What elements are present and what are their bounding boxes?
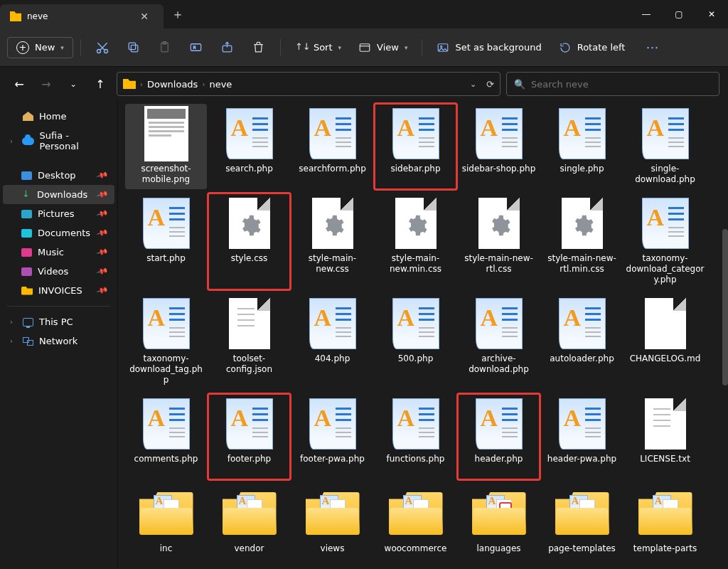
file-item[interactable]: footer.php — [208, 394, 290, 479]
folder-item[interactable]: vendor — [208, 484, 290, 569]
new-tab-button[interactable]: ＋ — [164, 6, 192, 23]
php-file-icon — [559, 108, 606, 159]
search-input[interactable] — [531, 79, 712, 90]
file-item[interactable]: footer-pwa.php — [291, 394, 373, 479]
file-name: footer.php — [228, 454, 271, 475]
sidebar-item-videos[interactable]: Videos📌 — [3, 262, 114, 281]
more-button[interactable]: ⋯ — [638, 35, 666, 60]
file-item[interactable]: toolset-config.json — [208, 294, 290, 390]
sidebar-label: Downloads — [37, 189, 87, 200]
sidebar-item-documents[interactable]: Documents📌 — [3, 223, 114, 243]
folder-item[interactable]: template-parts — [624, 484, 706, 569]
folder-item[interactable]: views — [291, 484, 373, 569]
paste-button[interactable] — [151, 35, 179, 60]
file-item[interactable]: sidebar-shop.php — [458, 104, 540, 189]
window-controls: ― ▢ ✕ — [630, 0, 728, 28]
cut-button[interactable] — [88, 35, 117, 60]
back-button[interactable]: ← — [9, 73, 30, 95]
file-item[interactable]: taxonomy-download_tag.php — [125, 294, 207, 390]
folder-icon — [21, 229, 32, 238]
folder-icon — [123, 79, 136, 89]
file-item[interactable]: 404.php — [291, 294, 373, 390]
window-tab[interactable]: neve ✕ — [0, 4, 164, 28]
file-item[interactable]: header.php — [458, 394, 540, 479]
file-item[interactable]: LICENSE.txt — [624, 394, 706, 479]
file-item[interactable]: start.php — [125, 193, 207, 289]
sidebar-item-music[interactable]: Music📌 — [3, 243, 114, 262]
file-item[interactable]: style.css — [208, 193, 290, 289]
file-item[interactable]: screenshot-mobile.png — [125, 104, 207, 189]
svg-rect-2 — [132, 45, 139, 52]
file-item[interactable]: archive-download.php — [458, 294, 540, 390]
file-icon — [645, 298, 686, 349]
folder-item[interactable]: languages — [458, 484, 540, 569]
image-thumbnail — [144, 106, 188, 161]
file-item[interactable]: single-download.php — [624, 104, 706, 189]
sidebar-label: INVOICES — [38, 285, 82, 296]
sidebar-item-network[interactable]: › Network — [3, 331, 114, 351]
sidebar-item-pictures[interactable]: Pictures📌 — [3, 204, 114, 223]
forward-button[interactable]: → — [36, 73, 57, 95]
close-window-button[interactable]: ✕ — [695, 0, 728, 28]
file-name: views — [321, 543, 345, 565]
rotate-left-button[interactable]: Rotate left — [552, 37, 633, 58]
file-item[interactable]: style-main-new.min.css — [375, 193, 456, 289]
view-button[interactable]: View ▾ — [351, 37, 414, 58]
copy-button[interactable] — [119, 35, 148, 60]
file-item[interactable]: style-main-new.css — [291, 193, 373, 289]
php-file-icon — [309, 108, 356, 159]
file-item[interactable]: taxonomy-download_category.php — [624, 193, 706, 289]
delete-button[interactable] — [245, 35, 273, 60]
rename-button[interactable] — [182, 35, 210, 60]
file-item[interactable]: comments.php — [125, 394, 207, 479]
file-item[interactable]: 500.php — [375, 294, 456, 390]
file-item[interactable]: search.php — [208, 104, 290, 189]
file-item[interactable]: autoloader.php — [541, 294, 623, 390]
folder-item[interactable]: inc — [125, 484, 207, 569]
maximize-button[interactable]: ▢ — [663, 0, 695, 28]
sidebar-item-desktop[interactable]: Desktop📌 — [3, 166, 114, 185]
scrollbar-thumb[interactable] — [722, 229, 728, 385]
file-name: toolset-config.json — [210, 353, 289, 375]
file-pane[interactable]: screenshot-mobile.pngsearch.phpsearchfor… — [118, 101, 728, 569]
sidebar-item-this-pc[interactable]: › This PC — [3, 312, 114, 331]
sort-button[interactable]: ↑↓ Sort ▾ — [288, 37, 348, 58]
sidebar-item-home[interactable]: Home — [3, 107, 114, 126]
file-item[interactable]: single.php — [541, 104, 623, 189]
folder-item[interactable]: page-templates — [541, 484, 623, 569]
refresh-button[interactable]: ⟳ — [486, 79, 494, 90]
file-item[interactable]: header-pwa.php — [541, 394, 623, 479]
folder-item[interactable]: woocommerce — [375, 484, 456, 569]
recent-locations-button[interactable]: ⌄ — [63, 73, 84, 95]
breadcrumb-segment[interactable]: neve — [209, 79, 232, 90]
divider — [422, 39, 422, 56]
breadcrumb-dropdown-button[interactable]: ⌄ — [470, 80, 476, 89]
file-name: style-main-new-rtl.min.css — [543, 253, 621, 275]
share-button[interactable] — [213, 35, 242, 60]
file-name: search.php — [225, 164, 273, 185]
file-item[interactable]: style-main-new-rtl.min.css — [541, 193, 623, 289]
file-name: inc — [160, 543, 173, 565]
file-item[interactable]: searchform.php — [291, 104, 373, 189]
folder-icon — [555, 492, 609, 535]
titlebar: neve ✕ ＋ ― ▢ ✕ — [0, 0, 728, 28]
file-item[interactable]: sidebar.php — [375, 104, 456, 189]
file-item[interactable]: style-main-new-rtl.css — [458, 193, 540, 289]
sidebar-item-personal[interactable]: › Sufia - Personal — [3, 126, 114, 156]
breadcrumb-segment[interactable]: Downloads — [147, 79, 198, 90]
tab-title: neve — [27, 11, 129, 21]
sidebar-label: Videos — [38, 266, 68, 277]
up-button[interactable]: ↑ — [90, 73, 111, 95]
tab-close-button[interactable]: ✕ — [135, 11, 154, 22]
file-item[interactable]: functions.php — [375, 394, 456, 479]
minimize-button[interactable]: ― — [630, 0, 663, 28]
sidebar-item-downloads[interactable]: Downloads📌 — [3, 185, 114, 204]
search-box[interactable]: 🔍 — [506, 72, 719, 96]
breadcrumb[interactable]: › Downloads › neve ⌄ ⟳ — [117, 72, 500, 96]
file-item[interactable]: CHANGELOG.md — [624, 294, 706, 390]
set-background-button[interactable]: Set as background — [429, 37, 548, 58]
pin-icon: 📌 — [96, 284, 109, 297]
sidebar-item-invoices[interactable]: INVOICES📌 — [3, 281, 114, 300]
sidebar-label: Home — [39, 111, 66, 122]
new-button[interactable]: + New ▾ — [7, 37, 73, 58]
